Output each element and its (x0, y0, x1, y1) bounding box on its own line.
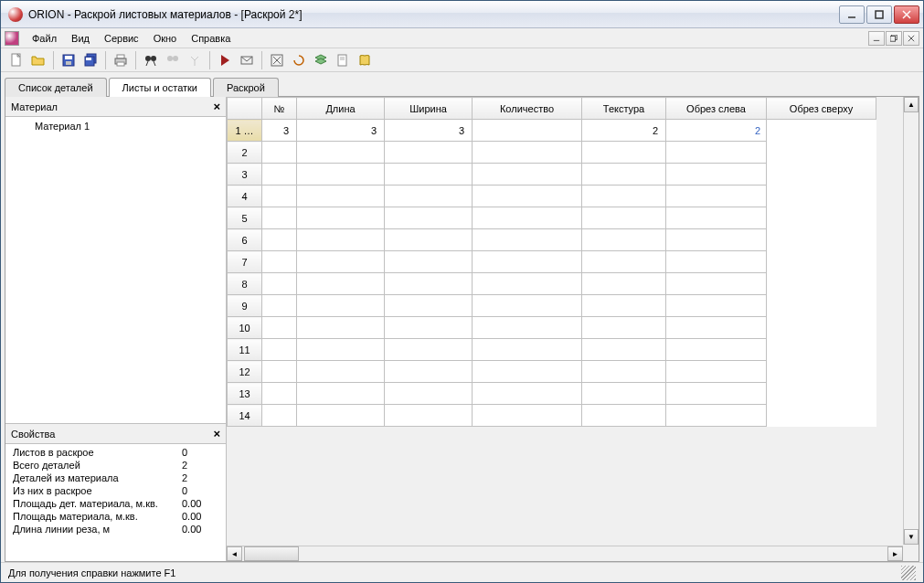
cell[interactable] (297, 405, 385, 427)
cell[interactable] (297, 273, 385, 295)
cell[interactable] (473, 295, 582, 317)
grid-row[interactable]: 10 (228, 317, 876, 339)
cell[interactable]: 3 (262, 120, 297, 142)
cell[interactable] (582, 405, 666, 427)
grid-row[interactable]: 14 (228, 405, 876, 427)
column-header[interactable]: Ширина (385, 98, 473, 120)
row-header[interactable]: 3 (228, 164, 262, 186)
cell[interactable] (473, 142, 582, 164)
cell[interactable] (385, 251, 473, 273)
cell[interactable] (473, 383, 582, 405)
column-header[interactable]: № (262, 98, 297, 120)
menu-view[interactable]: Вид (64, 31, 97, 46)
cell-editing[interactable]: 2 (666, 120, 767, 142)
run-icon[interactable] (215, 50, 235, 70)
cell[interactable] (262, 295, 297, 317)
cell[interactable] (297, 186, 385, 207)
cell[interactable] (666, 251, 767, 273)
cell[interactable] (666, 142, 767, 164)
cell[interactable] (262, 251, 297, 273)
cell[interactable] (262, 405, 297, 427)
grid-row[interactable]: 4 (228, 186, 876, 207)
cell[interactable] (385, 295, 473, 317)
grid-row[interactable]: 9 (228, 295, 876, 317)
resize-grip-icon[interactable] (901, 566, 916, 580)
row-header[interactable]: 6 (228, 229, 262, 251)
cell[interactable] (297, 361, 385, 383)
cell[interactable] (262, 317, 297, 339)
properties-panel-close-icon[interactable]: × (213, 427, 220, 440)
cell[interactable] (666, 207, 767, 229)
row-header[interactable]: 4 (228, 186, 262, 207)
cell[interactable] (473, 186, 582, 207)
grid-row[interactable]: 7 (228, 251, 876, 273)
grid-row[interactable]: 5 (228, 207, 876, 229)
cell[interactable] (582, 339, 666, 361)
material-panel-close-icon[interactable]: × (213, 100, 220, 113)
grid-row[interactable]: 8 (228, 273, 876, 295)
cell[interactable] (385, 273, 473, 295)
grid-row[interactable]: 3 (228, 164, 876, 186)
cell[interactable] (666, 295, 767, 317)
cell[interactable] (473, 251, 582, 273)
scroll-up-icon[interactable]: ▲ (904, 97, 919, 112)
grid-row[interactable]: 2 (228, 142, 876, 164)
cell[interactable] (473, 361, 582, 383)
row-header[interactable]: 13 (228, 383, 262, 405)
cell[interactable] (385, 164, 473, 186)
row-header[interactable]: 7 (228, 251, 262, 273)
cell[interactable] (582, 317, 666, 339)
cell[interactable] (262, 361, 297, 383)
row-ellipsis-icon[interactable]: … (244, 125, 254, 136)
save-icon[interactable] (58, 50, 79, 70)
cell[interactable] (473, 120, 582, 142)
column-header[interactable]: Обрез сверху (767, 98, 876, 120)
cell[interactable] (666, 164, 767, 186)
scroll-thumb[interactable] (244, 546, 299, 561)
tab-sheets[interactable]: Листы и остатки (109, 78, 211, 97)
cell[interactable] (297, 142, 385, 164)
cell[interactable] (666, 405, 767, 427)
menu-help[interactable]: Справка (184, 31, 238, 46)
cell[interactable] (473, 207, 582, 229)
scroll-right-icon[interactable]: ► (887, 546, 903, 561)
cell[interactable] (297, 383, 385, 405)
cell[interactable] (582, 142, 666, 164)
cell[interactable] (666, 317, 767, 339)
row-header[interactable]: 9 (228, 295, 262, 317)
cell[interactable] (262, 164, 297, 186)
cell[interactable] (297, 164, 385, 186)
cell[interactable] (473, 273, 582, 295)
tab-parts-list[interactable]: Список деталей (5, 78, 107, 97)
cell[interactable] (582, 186, 666, 207)
cell[interactable] (473, 164, 582, 186)
cell[interactable] (666, 273, 767, 295)
open-icon[interactable] (28, 50, 48, 70)
mdi-restore-button[interactable] (886, 31, 902, 46)
book-icon[interactable] (355, 50, 375, 70)
cell[interactable] (582, 295, 666, 317)
delete-icon[interactable] (267, 50, 287, 70)
find-icon[interactable] (141, 50, 161, 70)
cell[interactable] (582, 207, 666, 229)
menu-window[interactable]: Окно (146, 31, 185, 46)
cell[interactable] (666, 383, 767, 405)
cell[interactable] (385, 229, 473, 251)
cell[interactable] (473, 317, 582, 339)
cell[interactable] (385, 361, 473, 383)
menu-file[interactable]: Файл (25, 31, 64, 46)
grid-row[interactable]: 11 (228, 339, 876, 361)
cell[interactable] (262, 273, 297, 295)
cell[interactable] (473, 405, 582, 427)
cell[interactable] (262, 383, 297, 405)
cell[interactable] (582, 383, 666, 405)
row-header[interactable]: 12 (228, 361, 262, 383)
tree-icon[interactable] (185, 50, 205, 70)
mdi-close-button[interactable] (903, 31, 919, 46)
cell[interactable] (262, 142, 297, 164)
material-item[interactable]: Материал 1 (7, 119, 224, 133)
print-icon[interactable] (111, 50, 131, 70)
page-icon[interactable] (333, 50, 353, 70)
saveall-icon[interactable] (80, 50, 101, 70)
cell[interactable] (297, 229, 385, 251)
